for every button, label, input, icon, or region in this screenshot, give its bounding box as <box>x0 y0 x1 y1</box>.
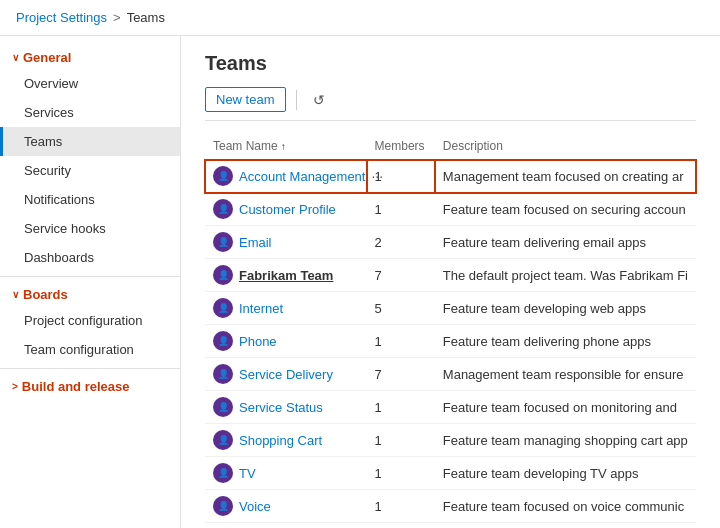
table-row: 👤TV1Feature team developing TV apps <box>205 457 696 490</box>
team-name-cell-10: 👤Voice <box>205 490 367 523</box>
team-name-link[interactable]: Phone <box>239 334 277 349</box>
table-row: 👤Shopping Cart1Feature team managing sho… <box>205 424 696 457</box>
table-row: 👤Fabrikam Team7The default project team.… <box>205 259 696 292</box>
breadcrumb-separator: > <box>113 10 121 25</box>
sidebar-group-header-0[interactable]: ∨General <box>0 44 180 69</box>
team-members-count: 1 <box>367 424 435 457</box>
col-header-members: Members <box>367 133 435 160</box>
page-title: Teams <box>205 52 696 75</box>
sidebar-item-services[interactable]: Services <box>0 98 180 127</box>
sidebar-item-team-configuration[interactable]: Team configuration <box>0 335 180 364</box>
team-name-cell-0: 👤Account Management··· <box>205 160 367 193</box>
team-icon: 👤 <box>213 430 233 450</box>
team-icon: 👤 <box>213 298 233 318</box>
team-description: Feature team focused on voice communic <box>435 490 696 523</box>
sidebar-item-service-hooks[interactable]: Service hooks <box>0 214 180 243</box>
team-description: Management team focused on creating ar <box>435 160 696 193</box>
team-description: Feature team managing shopping cart app <box>435 424 696 457</box>
col-header-name[interactable]: Team Name↑ <box>205 133 367 160</box>
sidebar-divider <box>0 368 180 369</box>
team-members-count: 7 <box>367 358 435 391</box>
breadcrumb: Project Settings > Teams <box>16 10 165 25</box>
breadcrumb-current: Teams <box>127 10 165 25</box>
sidebar-section-0: ∨GeneralOverviewServicesTeamsSecurityNot… <box>0 44 180 277</box>
team-description: Management team responsible for ensure <box>435 358 696 391</box>
team-members-count: 7 <box>367 259 435 292</box>
team-members-count: 1 <box>367 457 435 490</box>
col-header-description: Description <box>435 133 696 160</box>
table-row: 👤Phone1Feature team delivering phone app… <box>205 325 696 358</box>
refresh-button[interactable]: ↺ <box>307 90 331 110</box>
sidebar-section-1: ∨BoardsProject configurationTeam configu… <box>0 281 180 369</box>
team-name-link[interactable]: Internet <box>239 301 283 316</box>
breadcrumb-parent[interactable]: Project Settings <box>16 10 107 25</box>
team-name-link[interactable]: Shopping Cart <box>239 433 322 448</box>
new-team-button[interactable]: New team <box>205 87 286 112</box>
top-bar: Project Settings > Teams <box>0 0 720 36</box>
team-description: Feature team delivering phone apps <box>435 325 696 358</box>
team-name-link[interactable]: Customer Profile <box>239 202 336 217</box>
team-description: Feature team developing web apps <box>435 292 696 325</box>
table-row: 👤Customer Profile1Feature team focused o… <box>205 193 696 226</box>
team-name-cell-8: 👤Shopping Cart <box>205 424 367 457</box>
sidebar-item-project-configuration[interactable]: Project configuration <box>0 306 180 335</box>
team-icon: 👤 <box>213 364 233 384</box>
team-name-link[interactable]: TV <box>239 466 256 481</box>
sidebar-item-teams[interactable]: Teams <box>0 127 180 156</box>
sidebar-divider <box>0 276 180 277</box>
team-name-link[interactable]: Service Delivery <box>239 367 333 382</box>
team-description: Feature team delivering email apps <box>435 226 696 259</box>
sidebar-item-security[interactable]: Security <box>0 156 180 185</box>
sidebar-item-dashboards[interactable]: Dashboards <box>0 243 180 272</box>
team-description: Feature team focused on securing accoun <box>435 193 696 226</box>
team-members-count: 1 <box>367 490 435 523</box>
table-row: 👤Email2Feature team delivering email app… <box>205 226 696 259</box>
team-name-cell-6: 👤Service Delivery <box>205 358 367 391</box>
team-name-cell-5: 👤Phone <box>205 325 367 358</box>
team-icon: 👤 <box>213 331 233 351</box>
team-name-cell-3: 👤Fabrikam Team <box>205 259 367 292</box>
toolbar: New team ↺ <box>205 87 696 121</box>
table-row: 👤Internet5Feature team developing web ap… <box>205 292 696 325</box>
team-members-count: 5 <box>367 292 435 325</box>
team-icon: 👤 <box>213 199 233 219</box>
team-name-cell-4: 👤Internet <box>205 292 367 325</box>
team-members-count: 2 <box>367 226 435 259</box>
table-row: 👤Service Delivery7Management team respon… <box>205 358 696 391</box>
team-name-cell-1: 👤Customer Profile <box>205 193 367 226</box>
main-layout: ∨GeneralOverviewServicesTeamsSecurityNot… <box>0 36 720 528</box>
sidebar-item-overview[interactable]: Overview <box>0 69 180 98</box>
team-name-link[interactable]: Email <box>239 235 272 250</box>
table-row: 👤Account Management···1Management team f… <box>205 160 696 193</box>
team-members-count: 1 <box>367 160 435 193</box>
team-icon: 👤 <box>213 166 233 186</box>
team-name-link[interactable]: Account Management <box>239 169 365 184</box>
chevron-icon: > <box>12 381 18 392</box>
toolbar-separator <box>296 90 297 110</box>
team-icon: 👤 <box>213 463 233 483</box>
team-members-count: 1 <box>367 325 435 358</box>
team-name-link[interactable]: Voice <box>239 499 271 514</box>
team-description: The default project team. Was Fabrikam F… <box>435 259 696 292</box>
sidebar-section-2: >Build and release <box>0 373 180 398</box>
sidebar-group-header-1[interactable]: ∨Boards <box>0 281 180 306</box>
team-description: Feature team focused on monitoring and <box>435 391 696 424</box>
team-name-link[interactable]: Service Status <box>239 400 323 415</box>
team-icon: 👤 <box>213 232 233 252</box>
sidebar-group-header-2[interactable]: >Build and release <box>0 373 180 398</box>
team-icon: 👤 <box>213 265 233 285</box>
content-area: Teams New team ↺ Team Name↑MembersDescri… <box>181 36 720 528</box>
team-members-count: 1 <box>367 193 435 226</box>
team-name-cell-9: 👤TV <box>205 457 367 490</box>
sidebar-item-notifications[interactable]: Notifications <box>0 185 180 214</box>
teams-table: Team Name↑MembersDescription 👤Account Ma… <box>205 133 696 523</box>
sidebar: ∨GeneralOverviewServicesTeamsSecurityNot… <box>0 36 181 528</box>
chevron-icon: ∨ <box>12 52 19 63</box>
table-row: 👤Voice1Feature team focused on voice com… <box>205 490 696 523</box>
chevron-icon: ∨ <box>12 289 19 300</box>
table-header-row: Team Name↑MembersDescription <box>205 133 696 160</box>
table-row: 👤Service Status1Feature team focused on … <box>205 391 696 424</box>
team-description: Feature team developing TV apps <box>435 457 696 490</box>
team-name-link[interactable]: Fabrikam Team <box>239 268 333 283</box>
team-name-cell-2: 👤Email <box>205 226 367 259</box>
